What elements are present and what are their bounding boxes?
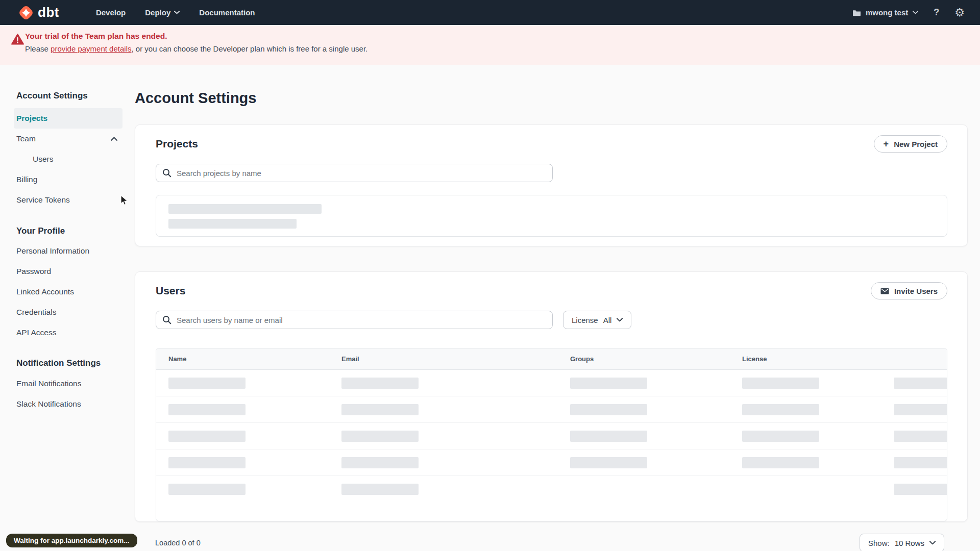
skeleton-bar (894, 457, 947, 468)
chevron-down-icon (617, 318, 623, 322)
sidebar-item-api-access[interactable]: API Access (14, 322, 122, 343)
projects-card: Projects + New Project (135, 124, 968, 246)
skeleton-bar (168, 378, 246, 389)
top-nav: dbt Develop Deploy Documentation mwong t… (0, 0, 980, 25)
projects-loading-panel (156, 195, 947, 237)
sidebar-section-account-settings: Account Settings (14, 91, 122, 103)
users-table: Name Email Groups License (156, 348, 947, 521)
skeleton-bar (742, 404, 819, 415)
dbt-logo-text: dbt (38, 5, 59, 20)
skeleton-bar (742, 378, 819, 389)
table-row (156, 370, 947, 396)
envelope-icon (880, 288, 889, 294)
sidebar-item-team-label: Team (16, 134, 36, 143)
nav-item-deploy-label: Deploy (145, 8, 170, 17)
account-name: mwong test (866, 8, 908, 17)
main-menu: Develop Deploy Documentation (77, 8, 255, 17)
skeleton-bar (894, 431, 947, 442)
table-row (156, 396, 947, 423)
license-filter-dropdown[interactable]: License All (563, 311, 631, 329)
skeleton-bar (570, 404, 647, 415)
skeleton-bar (341, 457, 419, 468)
column-header-license: License (730, 355, 881, 363)
banner-title: Your trial of the Team plan has ended. (25, 32, 980, 41)
chevron-down-icon (929, 541, 936, 545)
skeleton-bar (894, 484, 947, 495)
license-filter-label: License (572, 316, 598, 324)
sidebar-item-email-notifications[interactable]: Email Notifications (14, 373, 122, 394)
browser-status-bubble: Waiting for app.launchdarkly.com... (6, 534, 137, 547)
table-row (156, 423, 947, 449)
skeleton-bar (168, 484, 246, 495)
show-rows-label: Show: (868, 539, 890, 547)
nav-item-deploy[interactable]: Deploy (145, 8, 180, 17)
dbt-logo[interactable]: dbt (17, 4, 59, 21)
invite-users-button[interactable]: Invite Users (871, 282, 947, 299)
skeleton-bar (894, 378, 947, 389)
sidebar-item-projects[interactable]: Projects (14, 108, 122, 129)
sidebar-item-team[interactable]: Team (14, 129, 122, 149)
skeleton-bar (168, 204, 322, 214)
account-switcher[interactable]: mwong test (852, 8, 918, 17)
search-projects-input[interactable] (156, 164, 553, 182)
chevron-down-icon (174, 11, 180, 14)
table-row (156, 449, 947, 476)
loaded-count: Loaded 0 of 0 (155, 539, 201, 547)
show-rows-value: 10 Rows (895, 539, 924, 547)
sidebar-item-credentials[interactable]: Credentials (14, 302, 122, 322)
chevron-up-icon (111, 137, 117, 141)
banner-text: Please (25, 44, 51, 53)
nav-item-documentation[interactable]: Documentation (199, 8, 255, 17)
skeleton-bar (742, 431, 819, 442)
page-title: Account Settings (135, 90, 968, 107)
show-rows-dropdown[interactable]: Show: 10 Rows (860, 534, 944, 551)
skeleton-bar (168, 404, 246, 415)
chevron-down-icon (913, 11, 918, 14)
search-icon (162, 315, 172, 324)
dbt-logo-icon (17, 4, 35, 21)
license-filter-value: All (603, 316, 612, 324)
column-header-groups: Groups (558, 355, 730, 363)
skeleton-bar (570, 378, 647, 389)
folder-icon (852, 9, 861, 16)
payment-details-link[interactable]: provide payment details (51, 44, 131, 53)
new-project-button[interactable]: + New Project (874, 135, 947, 153)
table-footer: Loaded 0 of 0 Show: 10 Rows (135, 534, 968, 551)
nav-item-develop[interactable]: Develop (96, 8, 126, 17)
sidebar-item-billing[interactable]: Billing (14, 169, 122, 190)
skeleton-bar (168, 431, 246, 442)
help-icon[interactable]: ? (934, 7, 939, 18)
search-users-input[interactable] (156, 311, 553, 329)
new-project-label: New Project (894, 140, 938, 148)
sidebar-item-password[interactable]: Password (14, 261, 122, 282)
sidebar-item-slack-notifications[interactable]: Slack Notifications (14, 394, 122, 414)
skeleton-bar (341, 431, 419, 442)
trial-ended-banner: Your trial of the Team plan has ended. P… (0, 25, 980, 65)
search-icon (162, 168, 172, 178)
sidebar-section-your-profile: Your Profile (14, 226, 122, 238)
warning-icon (11, 34, 24, 45)
skeleton-bar (341, 484, 419, 495)
skeleton-bar (570, 457, 647, 468)
sidebar-item-personal-information[interactable]: Personal Information (14, 241, 122, 261)
skeleton-bar (894, 404, 947, 415)
sidebar-item-linked-accounts[interactable]: Linked Accounts (14, 282, 122, 302)
skeleton-bar (341, 378, 419, 389)
banner-body: Please provide payment details, or you c… (25, 44, 980, 53)
column-header-name: Name (156, 355, 329, 363)
skeleton-bar (341, 404, 419, 415)
settings-gear-icon[interactable]: ⚙ (954, 7, 965, 18)
users-card-title: Users (156, 285, 185, 297)
main-content: Account Settings Projects + New Project (135, 90, 968, 551)
sidebar-item-service-tokens[interactable]: Service Tokens (14, 190, 122, 210)
sidebar-section-notification-settings: Notification Settings (14, 358, 122, 370)
skeleton-bar (168, 457, 246, 468)
users-card: Users Invite Users License All (135, 271, 968, 522)
sidebar-item-users[interactable]: Users (14, 149, 122, 169)
banner-text: , or you can choose the Developer plan w… (131, 44, 368, 53)
skeleton-bar (168, 219, 297, 229)
settings-sidebar: Account Settings Projects Team Users Bil… (14, 91, 122, 414)
plus-icon: + (884, 139, 889, 148)
invite-users-label: Invite Users (894, 287, 938, 295)
table-row (156, 476, 947, 503)
